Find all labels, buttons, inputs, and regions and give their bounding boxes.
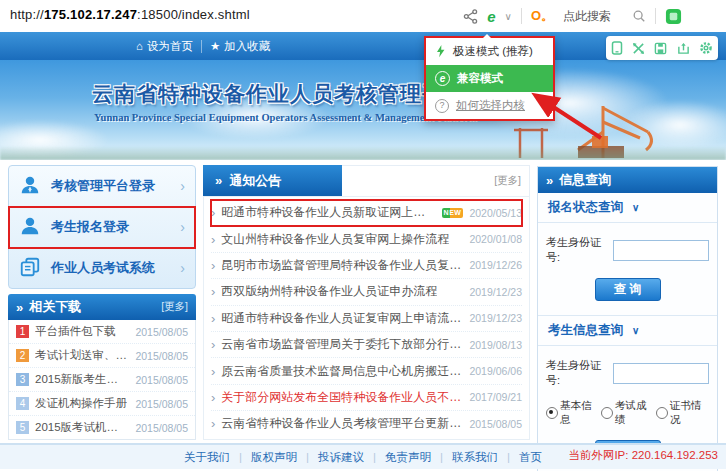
footer-link-copyright[interactable]: 版权声明 xyxy=(251,450,297,465)
notice-item[interactable]: › 关于部分网站发布全国特种设备作业人员不实信息... 2017/09/21 xyxy=(211,385,522,411)
notice-item[interactable]: › 西双版纳州特种设备作业人员证申办流程 2019/12/23 xyxy=(211,279,522,305)
settings-gear-icon[interactable] xyxy=(699,41,713,55)
notice-title: 昭通市特种设备作业人员证复审网上申请流程及相... xyxy=(221,310,463,327)
footer-link-about[interactable]: 关于我们 xyxy=(184,450,230,465)
notice-title: 西双版纳州特种设备作业人员证申办流程 xyxy=(221,283,437,300)
divider: | xyxy=(239,451,242,463)
section-registration-status[interactable]: 报名状态查询 ∨ xyxy=(538,193,717,223)
info-query-panel: » 信息查询 报名状态查询 ∨ 考生身份证号: 查 询 考生信息查询 ∨ 考生身… xyxy=(537,166,718,471)
lightning-icon xyxy=(435,44,446,60)
notice-item[interactable]: › 云南省特种设备作业人员考核管理平台更新至20... 2015/08/05 xyxy=(211,411,522,436)
sidebar-item-exam-system[interactable]: 作业人员考试系统 › xyxy=(9,248,195,288)
chevron-right-icon: › xyxy=(180,219,185,235)
rank-badge: 2 xyxy=(16,349,29,362)
save-icon[interactable] xyxy=(654,42,667,55)
downloads-list: 1 平台插件包下载 2015/08/05 2 考试计划送审、审核 ... 201… xyxy=(8,320,196,440)
search-input[interactable]: 点此搜索 xyxy=(563,8,623,25)
share-icon[interactable] xyxy=(463,9,478,24)
set-homepage-label: 设为首页 xyxy=(147,39,193,54)
footer-link-complaints[interactable]: 投诉建议 xyxy=(318,450,364,465)
left-sidebar: 考核管理平台登录 › 考生报名登录 › 作业人员考试系统 › » 相关下载 [更… xyxy=(8,165,196,440)
downloads-more-link[interactable]: [更多] xyxy=(161,300,188,314)
download-item[interactable]: 3 2015新版考生操作... 2015/08/05 xyxy=(9,368,195,392)
double-chevron-icon: » xyxy=(16,300,23,315)
compat-mode-label: 兼容模式 xyxy=(457,71,503,86)
login-menu: 考核管理平台登录 › 考生报名登录 › 作业人员考试系统 › xyxy=(8,165,196,289)
radio-exam-score[interactable] xyxy=(601,407,613,419)
address-bar[interactable]: http://175.102.17.247:18500/index.shtml xyxy=(10,7,250,22)
divider: | xyxy=(373,451,376,463)
id-number-input[interactable] xyxy=(613,240,709,261)
notice-date: 2020/01/08 xyxy=(469,233,522,245)
menu-caret xyxy=(482,29,492,39)
add-favorite-link[interactable]: ★ 加入收藏 xyxy=(210,39,270,54)
download-item[interactable]: 1 平台插件包下载 2015/08/05 xyxy=(9,320,195,344)
browser-toolbar: e ∨ O。 点此搜索 xyxy=(463,0,682,32)
section-candidate-info[interactable]: 考生信息查询 ∨ xyxy=(538,315,717,346)
download-item[interactable]: 4 发证机构操作手册 2015/08/05 xyxy=(9,392,195,416)
sidebar-item-candidate-login[interactable]: 考生报名登录 › xyxy=(9,207,195,248)
sidebar-item-admin-login[interactable]: 考核管理平台登录 › xyxy=(9,166,195,207)
arrow-icon: › xyxy=(211,337,215,352)
radio-label: 考试成绩 xyxy=(615,399,649,427)
share-page-icon[interactable] xyxy=(677,42,690,55)
kernel-help-label: 如何选择内核 xyxy=(456,98,525,113)
tab-notices[interactable]: » 通知公告 xyxy=(203,165,342,196)
notice-title: 关于部分网站发布全国特种设备作业人员不实信息... xyxy=(221,389,463,406)
rank-badge: 5 xyxy=(16,421,29,434)
notice-list: › 昭通市特种设备作业人员新取证网上报名流程 NEW 2020/05/13 › … xyxy=(203,196,530,440)
notice-title: 文山州特种设备作业人员复审网上操作流程 xyxy=(221,231,449,248)
notice-item[interactable]: › 昭通市特种设备作业人员新取证网上报名流程 NEW 2020/05/13 xyxy=(211,200,522,226)
radio-certificate[interactable] xyxy=(656,407,668,419)
site-subtitle: Yunnan Province Special Equipment Operat… xyxy=(94,112,477,123)
chevron-down-icon: ∨ xyxy=(632,325,639,336)
notice-item[interactable]: › 昆明市市场监督管理局特种设备作业人员复审流程... 2019/12/26 xyxy=(211,253,522,279)
downloads-header: » 相关下载 [更多] xyxy=(8,294,196,320)
url-suffix: :18500/index.shtml xyxy=(137,7,250,22)
section-title: 考生信息查询 xyxy=(548,322,623,339)
id-number-input[interactable] xyxy=(613,363,709,384)
sidebar-item-label: 作业人员考试系统 xyxy=(51,259,155,277)
footer-link-contact[interactable]: 联系我们 xyxy=(452,450,498,465)
download-title: 2015新版考生操作... xyxy=(35,372,129,387)
menu-item-fast-mode[interactable]: 极速模式 (推荐) xyxy=(426,38,553,65)
query-button[interactable]: 查 询 xyxy=(595,278,661,301)
set-homepage-link[interactable]: ⌂ 设为首页 xyxy=(136,39,193,54)
query-type-radios: 基本信息 考试成绩 证书情况 xyxy=(546,399,709,427)
notice-item[interactable]: › 昭通市特种设备作业人员证复审网上申请流程及相... 2019/12/23 xyxy=(211,306,522,332)
compat-mode-icon[interactable]: e xyxy=(487,9,495,24)
arrow-icon: › xyxy=(211,416,215,431)
notices-title: 通知公告 xyxy=(229,172,281,190)
download-title: 考试计划送审、审核 ... xyxy=(35,348,129,363)
search-icon[interactable] xyxy=(632,9,646,23)
id-number-label: 考生身份证号: xyxy=(546,358,609,388)
url-host: 175.102.17.247 xyxy=(44,7,137,22)
download-item[interactable]: 5 2015版考试机构操... 2015/08/05 xyxy=(9,416,195,439)
arrow-icon: › xyxy=(211,311,215,326)
mobile-view-icon[interactable] xyxy=(611,41,623,55)
menu-item-compat-mode[interactable]: e 兼容模式 xyxy=(426,65,553,92)
extension-icon[interactable] xyxy=(665,8,682,25)
footer-link-disclaimer[interactable]: 免责声明 xyxy=(385,450,431,465)
chevron-down-icon[interactable]: ∨ xyxy=(505,11,512,22)
download-item[interactable]: 2 考试计划送审、审核 ... 2015/08/05 xyxy=(9,344,195,368)
notice-item[interactable]: › 文山州特种设备作业人员复审网上操作流程 2020/01/08 xyxy=(211,226,522,252)
registration-status-form: 考生身份证号: 查 询 xyxy=(538,223,717,315)
question-icon: ? xyxy=(435,99,449,113)
notices-more-link[interactable]: [更多] xyxy=(494,174,521,188)
notice-item[interactable]: › 云南省市场监督管理局关于委托下放部分行政许可... 2019/08/13 xyxy=(211,332,522,358)
download-date: 2015/08/05 xyxy=(135,422,188,434)
chevron-right-icon: › xyxy=(180,178,185,194)
download-date: 2015/08/05 xyxy=(135,326,188,338)
notice-header: » 通知公告 [更多] xyxy=(203,165,530,196)
notice-item[interactable]: › 原云南省质量技术监督局信息中心机房搬迁公告 2019/06/06 xyxy=(211,358,522,384)
fullscreen-icon[interactable] xyxy=(632,42,645,55)
menu-item-kernel-help[interactable]: ? 如何选择内核 xyxy=(426,92,553,119)
footer-link-home[interactable]: 首页 xyxy=(519,450,542,465)
documents-icon xyxy=(19,256,41,281)
id-number-label: 考生身份证号: xyxy=(546,235,609,265)
radio-basic-info[interactable] xyxy=(546,407,558,419)
download-date: 2015/08/05 xyxy=(135,350,188,362)
search-engine-logo: O。 xyxy=(531,7,554,25)
add-favorite-label: 加入收藏 xyxy=(224,39,270,54)
